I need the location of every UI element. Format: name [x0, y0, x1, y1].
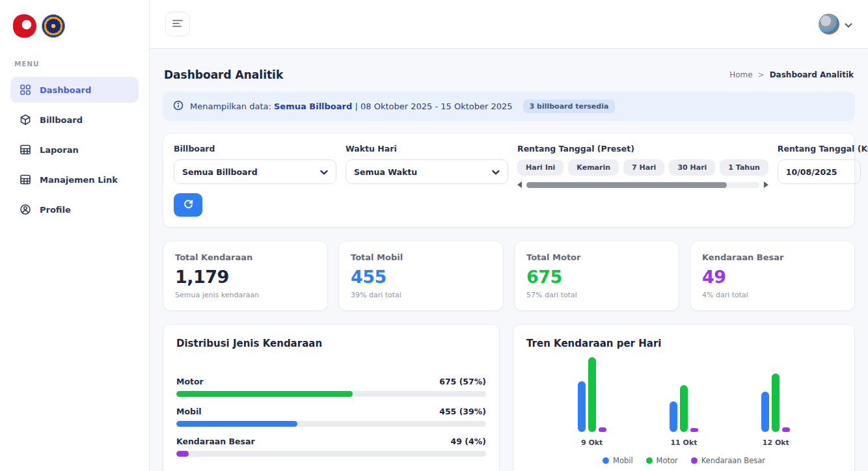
preset-chip-1-tahun[interactable]: 1 Tahun [720, 159, 768, 176]
table-icon [20, 144, 31, 155]
banner-divider: | [355, 101, 357, 111]
stat-value: 49 [702, 267, 843, 287]
cube-icon [20, 114, 31, 126]
sidebar-item-label: Billboard [40, 115, 83, 125]
trend-x-axis-label: 12 Okt [763, 438, 789, 447]
distribution-row: Mobil455 (39%) [176, 407, 486, 427]
custom-date-range: 10/08/2025 10/15/2025 [778, 159, 868, 184]
distribution-value-label: 49 (4%) [451, 437, 486, 446]
trend-legend: MobilMotorKendaraan Besar [526, 456, 841, 465]
scrollbar-track[interactable] [526, 182, 759, 188]
sidebar-toggle-button[interactable] [165, 12, 190, 36]
filter-kustom-label: Rentang Tanggal (Kustom) [778, 144, 868, 154]
breadcrumb: Home > Dashboard Analitik [729, 70, 854, 79]
sidebar-item-billboard[interactable]: Billboard [10, 107, 139, 133]
stat-subtitle: 39% dari total [351, 291, 491, 299]
trend-plot: 9 Okt11 Okt12 Okt [526, 364, 841, 447]
waktu-select[interactable]: Semua Waktu [346, 159, 508, 184]
trend-bar-mobil [761, 392, 769, 432]
distribution-value-label: 455 (39%) [439, 407, 486, 416]
user-menu[interactable] [819, 14, 852, 34]
preset-chip-30-hari[interactable]: 30 Hari [669, 159, 715, 176]
distribution-row: Motor675 (57%) [176, 377, 486, 397]
billboard-select[interactable]: Semua Billboard [174, 159, 336, 184]
table-icon [20, 174, 31, 185]
sidebar-item-label: Profile [40, 205, 71, 215]
main-area: Dashboard Analitik Home > Dashboard Anal… [150, 0, 868, 471]
preset-chip-7-hari[interactable]: 7 Hari [623, 159, 664, 176]
distribution-category-label: Kendaraan Besar [176, 437, 255, 446]
trend-chart-title: Tren Kendaraan per Hari [526, 338, 841, 349]
chevron-down-icon [845, 18, 852, 31]
trend-bar-kendaraan-besar [782, 427, 790, 432]
stat-label: Total Mobil [351, 252, 491, 262]
trend-x-axis-label: 11 Okt [670, 438, 697, 447]
stat-card-total-kendaraan: Total Kendaraan 1,179 Semua jenis kendar… [163, 241, 328, 311]
filter-waktu: Waktu Hari Semua Waktu [346, 144, 508, 217]
stat-label: Total Motor [526, 252, 667, 262]
page-header: Dashboard Analitik Home > Dashboard Anal… [164, 68, 854, 81]
distribution-bar-track [176, 421, 486, 427]
preset-chip-kemarin[interactable]: Kemarin [568, 159, 619, 176]
stat-value: 1,179 [175, 267, 316, 287]
filter-billboard: Billboard Semua Billboard [174, 144, 336, 217]
distribution-bar-fill [176, 451, 189, 457]
info-banner: Menampilkan data: Semua Billboard | 08 O… [163, 92, 855, 121]
refresh-button[interactable] [174, 193, 202, 217]
trend-bar-group: 11 Okt [670, 357, 698, 447]
trend-bar-mobil [578, 381, 586, 432]
distribution-bar-track [176, 391, 486, 397]
filter-preset-label: Rentang Tanggal (Preset) [517, 144, 768, 154]
stat-subtitle: 57% dari total [526, 291, 667, 299]
distribution-chart-title: Distribusi Jenis Kendaraan [176, 338, 486, 349]
start-date-input[interactable]: 10/08/2025 [778, 159, 861, 184]
distribution-chart-card: Distribusi Jenis Kendaraan Motor675 (57%… [163, 324, 500, 471]
page-content: Dashboard Analitik Home > Dashboard Anal… [150, 49, 868, 471]
banner-prefix: Menampilkan data: [190, 101, 271, 111]
chevron-down-icon [492, 167, 500, 177]
filters-card: Billboard Semua Billboard [163, 133, 855, 228]
sidebar-item-label: Laporan [40, 145, 79, 155]
preset-chip-hari-ini[interactable]: Hari Ini [517, 159, 563, 176]
sidebar-item-manajemen-link[interactable]: Manajemen Link [10, 167, 139, 193]
refresh-icon [183, 198, 194, 211]
distribution-category-label: Mobil [176, 407, 202, 416]
filter-waktu-label: Waktu Hari [346, 144, 508, 154]
distribution-category-label: Motor [176, 377, 204, 386]
breadcrumb-home-link[interactable]: Home [729, 70, 752, 79]
billboard-select-value: Semua Billboard [182, 167, 258, 177]
legend-dot-icon [603, 457, 609, 464]
breadcrumb-current: Dashboard Analitik [770, 70, 854, 79]
stat-card-total-motor: Total Motor 675 57% dari total [514, 241, 679, 311]
legend-item: Motor [646, 456, 678, 465]
scroll-left-icon[interactable] [517, 182, 522, 188]
billboard-count-badge: 3 billboard tersedia [523, 100, 616, 113]
user-avatar[interactable] [819, 14, 839, 34]
stat-label: Total Kendaraan [175, 252, 316, 262]
scrollbar-thumb[interactable] [526, 182, 727, 188]
trend-bar-mobil [670, 401, 677, 432]
distribution-bar-fill [176, 421, 297, 427]
trend-x-axis-label: 9 Okt [581, 438, 603, 447]
distribution-bar-fill [176, 391, 353, 397]
distribution-bar-track [176, 451, 486, 457]
trend-bar-motor [588, 357, 596, 432]
distribution-rows: Motor675 (57%)Mobil455 (39%)Kendaraan Be… [176, 377, 486, 457]
user-circle-icon [20, 204, 31, 215]
chevron-down-icon [320, 167, 328, 177]
stat-label: Kendaraan Besar [702, 252, 843, 262]
sidebar-item-profile[interactable]: Profile [10, 196, 139, 222]
banner-text: Menampilkan data: Semua Billboard | 08 O… [190, 101, 513, 111]
banner-date-range: 08 Oktober 2025 - 15 Oktober 2025 [360, 101, 513, 111]
filter-billboard-label: Billboard [174, 144, 336, 154]
scroll-right-icon[interactable] [764, 182, 768, 188]
sidebar-item-laporan[interactable]: Laporan [10, 137, 139, 163]
sidebar-item-dashboard[interactable]: Dashboard [10, 77, 139, 103]
stat-card-kendaraan-besar: Kendaraan Besar 49 4% dari total [690, 241, 855, 311]
menu-section-label: MENU [14, 60, 139, 68]
trend-bar-group: 9 Okt [578, 357, 606, 447]
trend-bar-motor [680, 385, 688, 432]
campus-emblem-icon [42, 14, 65, 38]
legend-item: Kendaraan Besar [691, 456, 765, 465]
waktu-select-value: Semua Waktu [354, 167, 417, 177]
